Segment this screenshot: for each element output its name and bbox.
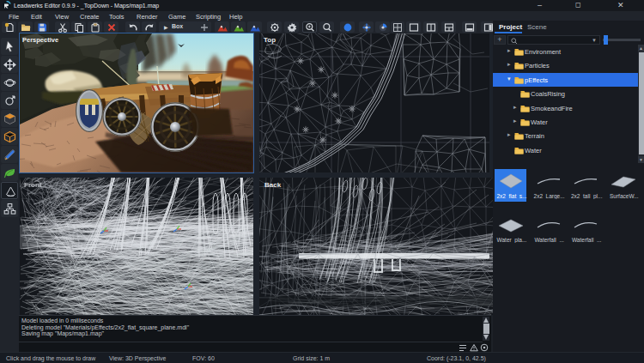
svg-text:Back: Back	[264, 181, 282, 189]
svg-text:Top: Top	[264, 36, 276, 44]
svg-text:Perspective: Perspective	[22, 36, 58, 44]
